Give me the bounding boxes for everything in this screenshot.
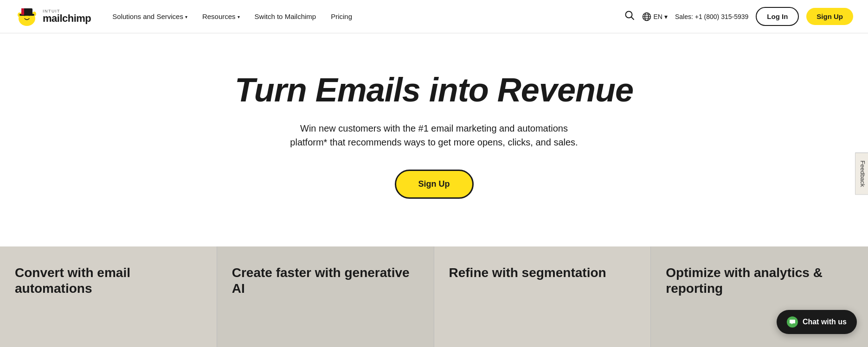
chevron-down-icon: ▾ <box>185 14 187 19</box>
signup-button-nav[interactable]: Sign Up <box>806 8 853 25</box>
feature-card-automations: Convert with email automations <box>0 246 217 347</box>
feature-title-segmentation: Refine with segmentation <box>449 265 636 281</box>
search-icon[interactable] <box>624 10 635 23</box>
sales-number: Sales: +1 (800) 315-5939 <box>675 13 748 20</box>
globe-icon <box>642 12 651 21</box>
nav-switch-mailchimp[interactable]: Switch to Mailchimp <box>248 9 323 24</box>
logo-text: INTUIT mailchimp <box>43 9 91 24</box>
logo-link[interactable]: INTUIT mailchimp <box>15 5 91 29</box>
svg-line-11 <box>631 17 634 19</box>
nav-solutions-services[interactable]: Solutions and Services ▾ <box>106 9 194 24</box>
feature-title-automations: Convert with email automations <box>15 265 202 296</box>
login-button[interactable]: Log In <box>756 7 799 26</box>
feature-title-analytics: Optimize with analytics & reporting <box>666 265 853 296</box>
feature-title-ai: Create faster with generative AI <box>232 265 419 296</box>
language-selector[interactable]: EN ▾ <box>642 12 667 21</box>
nav-pricing[interactable]: Pricing <box>324 9 359 24</box>
hero-section: Turn Emails into Revenue Win new custome… <box>0 33 868 246</box>
feedback-tab[interactable]: Feedback <box>855 152 868 195</box>
signup-button-hero[interactable]: Sign Up <box>395 170 474 199</box>
logo-mailchimp-label: mailchimp <box>43 13 91 24</box>
mailchimp-logo-icon <box>15 5 39 29</box>
feature-card-segmentation: Refine with segmentation <box>434 246 651 347</box>
main-nav: INTUIT mailchimp Solutions and Services … <box>0 0 868 33</box>
svg-rect-9 <box>21 8 24 15</box>
hero-title: Turn Emails into Revenue <box>235 72 633 108</box>
feature-card-ai: Create faster with generative AI <box>217 246 434 347</box>
nav-right: EN ▾ Sales: +1 (800) 315-5939 Log In Sig… <box>624 7 853 26</box>
chevron-down-icon: ▾ <box>238 14 240 19</box>
nav-links: Solutions and Services ▾ Resources ▾ Swi… <box>106 9 624 24</box>
nav-resources[interactable]: Resources ▾ <box>196 9 246 24</box>
chat-widget[interactable]: Chat with us <box>777 310 857 334</box>
chat-bubble-icon <box>787 316 798 328</box>
hero-subtitle: Win new customers with the #1 email mark… <box>286 121 583 149</box>
chevron-down-icon: ▾ <box>664 13 668 20</box>
chat-label: Chat with us <box>803 318 847 326</box>
features-section: Convert with email automations Create fa… <box>0 246 868 347</box>
